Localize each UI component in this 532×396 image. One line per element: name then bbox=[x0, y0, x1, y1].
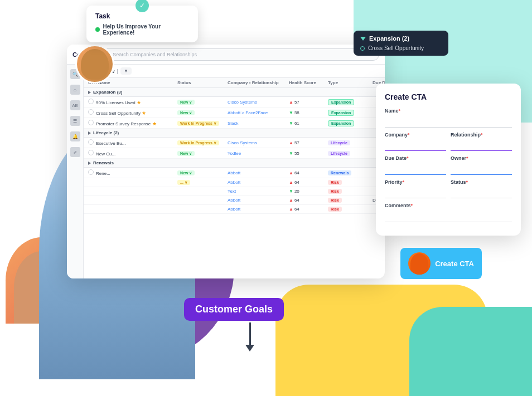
avatar-profile-top bbox=[75, 45, 114, 84]
sidebar-icon-home[interactable]: ⌂ bbox=[70, 85, 80, 95]
group-label: Renewals bbox=[93, 160, 114, 165]
row-checkbox[interactable] bbox=[88, 139, 94, 145]
cta-field-grid-2: Due Date* Owner* bbox=[385, 155, 512, 175]
cta-label-due-date: Due Date* bbox=[385, 155, 446, 161]
cta-input-owner[interactable] bbox=[451, 163, 512, 175]
health-score: ▲ 57 bbox=[289, 100, 328, 105]
customer-goals-badge: Customer Goals bbox=[184, 298, 284, 321]
app-screenshot: Cockpit 🔍 Search Companies and Relations… bbox=[67, 45, 385, 278]
row-checkbox[interactable] bbox=[88, 109, 94, 115]
status-badge: New ∨ bbox=[177, 151, 195, 156]
sidebar-icon-share[interactable]: ⇗ bbox=[70, 147, 80, 157]
cta-input-comments[interactable] bbox=[385, 210, 512, 222]
expansion-tooltip-item: Cross Sell Oppurtunity bbox=[360, 45, 442, 51]
table-row[interactable]: Rene... New ∨ Abbott ▲ 64 Renewals bbox=[84, 168, 385, 178]
sidebar-icon-ae[interactable]: AE bbox=[70, 100, 80, 110]
col-company: Company • Relationship bbox=[228, 80, 289, 85]
status-badge: Work In Progress ∨ bbox=[177, 140, 219, 145]
cta-input-relationship[interactable] bbox=[451, 139, 512, 151]
company-link[interactable]: Abbott bbox=[228, 198, 289, 203]
company-link[interactable]: Abbott bbox=[228, 180, 289, 185]
table-row[interactable]: Executive Bu... Work In Progress ∨ Cisco… bbox=[84, 138, 385, 148]
cta-label-priority: Priority* bbox=[385, 179, 446, 185]
cta-field-comments: Comments* bbox=[385, 203, 512, 222]
table-row[interactable]: Abbott ▲ 64 Risk Due... bbox=[84, 196, 385, 205]
arrow-head bbox=[245, 345, 254, 351]
cta-field-status: Status* bbox=[451, 179, 512, 199]
company-link[interactable]: Abbott > Face2Face bbox=[228, 110, 289, 115]
views-bar: Sally's View | ▼ bbox=[84, 65, 385, 78]
sidebar-icon-list[interactable]: ☰ bbox=[70, 116, 80, 126]
health-score: ▲ 64 bbox=[289, 207, 328, 212]
create-cta-title: Create CTA bbox=[385, 92, 512, 101]
company-link[interactable]: Cisco Systems bbox=[228, 140, 289, 145]
company-link[interactable]: Abbott bbox=[228, 207, 289, 212]
type-badge: Lifecycle bbox=[328, 151, 350, 156]
search-placeholder: Search Companies and Relationships bbox=[113, 52, 197, 57]
cta-label-owner: Owner* bbox=[451, 155, 512, 161]
type-badge: Risk bbox=[328, 189, 342, 194]
cta-field-due-date: Due Date* bbox=[385, 155, 446, 175]
cta-label-company: Company* bbox=[385, 132, 446, 138]
type-badge: Risk bbox=[328, 207, 342, 212]
cta-label-comments: Comments* bbox=[385, 203, 512, 208]
create-cta-badge[interactable]: Create CTA bbox=[400, 248, 482, 279]
cta-field-grid-1: Company* Relationship* bbox=[385, 132, 512, 151]
health-score: ▲ 64 bbox=[289, 180, 328, 185]
group-lifecycle: Lifecycle (2) bbox=[84, 129, 385, 138]
type-badge: Risk bbox=[328, 198, 342, 203]
row-checkbox[interactable] bbox=[88, 150, 94, 155]
cta-input-due-date[interactable] bbox=[385, 163, 446, 175]
cta-input-status[interactable] bbox=[451, 186, 512, 198]
cta-field-owner: Owner* bbox=[451, 155, 512, 175]
arrow-line bbox=[249, 322, 251, 345]
type-badge: Expansion bbox=[328, 110, 354, 116]
row-checkbox[interactable] bbox=[88, 120, 94, 125]
health-score: ▼ 20 bbox=[289, 189, 328, 194]
table-row[interactable]: Cross Sell Opportunity ★ New ∨ Abbott > … bbox=[84, 107, 385, 118]
table-row[interactable]: ... ∨ Abbott ▲ 64 Risk bbox=[84, 178, 385, 187]
group-label: Expansion (3) bbox=[93, 90, 122, 95]
table-row[interactable]: Promoter Survey Response ★ Work In Progr… bbox=[84, 118, 385, 129]
health-score: ▲ 64 bbox=[289, 170, 328, 175]
avatar-cta-badge bbox=[408, 252, 431, 275]
company-link[interactable]: Yodlee bbox=[228, 151, 289, 156]
table-row[interactable]: New Cu... New ∨ Yodlee ▼ 55 Lifecycle bbox=[84, 148, 385, 159]
cta-field-priority: Priority* bbox=[385, 179, 446, 199]
cta-label-status: Status* bbox=[451, 179, 512, 185]
table-row[interactable]: Abbott ▲ 64 Risk bbox=[84, 205, 385, 214]
expansion-tooltip-title: Expansion (2) bbox=[360, 35, 442, 42]
sidebar-icon-bell[interactable]: 🔔 bbox=[70, 131, 80, 141]
check-icon: ✓ bbox=[136, 0, 149, 12]
company-link[interactable]: Yext bbox=[228, 189, 289, 194]
health-score: ▲ 64 bbox=[289, 198, 328, 203]
table-row[interactable]: Yext ▼ 20 Risk bbox=[84, 187, 385, 196]
health-score: ▲ 57 bbox=[289, 140, 328, 145]
row-checkbox[interactable] bbox=[88, 99, 94, 104]
dot-outline-icon bbox=[360, 46, 365, 51]
company-link[interactable]: Cisco Systems bbox=[228, 100, 289, 105]
task-card-title: Task bbox=[95, 12, 189, 20]
table-header: CTA Name Status Company • Relationship H… bbox=[84, 78, 385, 88]
cta-input-company[interactable] bbox=[385, 139, 446, 151]
cta-input-priority[interactable] bbox=[385, 186, 446, 198]
expand-icon bbox=[88, 162, 91, 165]
col-status: Status bbox=[177, 80, 228, 85]
row-checkbox[interactable] bbox=[88, 169, 94, 175]
company-link[interactable]: Abbott bbox=[228, 170, 289, 175]
arrow-down-decoration bbox=[245, 322, 254, 351]
app-sidebar: 🔍 ⌂ AE ☰ 🔔 ⇗ bbox=[67, 65, 84, 278]
col-type: Type bbox=[328, 80, 373, 85]
table-row[interactable]: 90% Licenses Used ★ New ∨ Cisco Systems … bbox=[84, 97, 385, 107]
search-bar[interactable]: 🔍 Search Companies and Relationships bbox=[99, 48, 379, 61]
group-renewals: Renewals bbox=[84, 159, 385, 168]
expand-icon bbox=[88, 131, 91, 135]
cta-label-relationship: Relationship* bbox=[451, 132, 512, 138]
health-score: ▼ 55 bbox=[289, 151, 328, 156]
create-cta-panel: Create CTA Name* Company* Relationship* … bbox=[376, 84, 521, 236]
view-tab[interactable]: ▼ bbox=[120, 67, 132, 75]
company-link[interactable]: Slack bbox=[228, 121, 289, 126]
status-badge: New ∨ bbox=[177, 110, 195, 115]
cta-input-name[interactable] bbox=[385, 115, 512, 128]
expand-icon bbox=[88, 91, 91, 94]
